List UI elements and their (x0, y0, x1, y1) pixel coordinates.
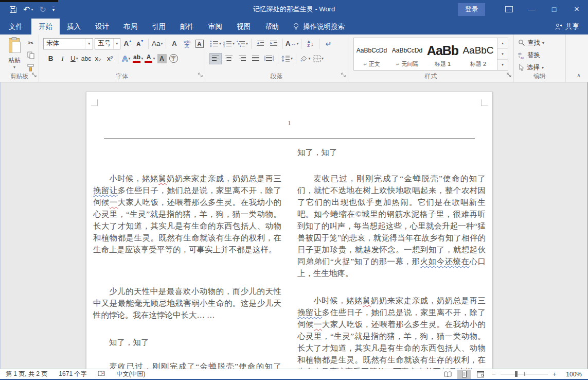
clear-formatting-button[interactable]: A (169, 38, 180, 49)
clear-formatting-letter: A (172, 40, 176, 47)
increase-indent-button[interactable] (268, 38, 280, 49)
justify-button[interactable] (250, 53, 262, 64)
ribbon-display-options-button[interactable] (497, 0, 520, 19)
paragraph-dialog-launcher[interactable] (341, 72, 346, 79)
borders-button[interactable]: ▾ (312, 53, 325, 64)
styles-dialog-launcher[interactable] (507, 72, 512, 79)
numbering-button[interactable]: 123 ▾ (223, 38, 235, 49)
line-spacing-button[interactable]: ▾ (281, 53, 293, 64)
font-name-combobox[interactable]: 宋体 ▾ (43, 38, 93, 49)
customize-qat-button[interactable]: ▾ (52, 4, 55, 15)
sign-in-button[interactable]: 登录 (458, 3, 485, 16)
style-name-text: 标题 2 (470, 61, 486, 67)
styles-scroll-up-button[interactable]: ▴ (497, 38, 508, 49)
share-button[interactable]: 共享 (546, 19, 588, 34)
read-mode-button[interactable] (441, 370, 454, 379)
multilevel-list-button[interactable]: ▾ (236, 38, 248, 49)
character-border-button[interactable]: A (194, 38, 205, 49)
styles-scroll-down-button[interactable]: ▾ (497, 49, 508, 60)
zoom-slider-thumb[interactable] (515, 371, 518, 377)
align-left-button[interactable] (209, 53, 222, 64)
screen-edge-artifact (0, 0, 58, 2)
show-hide-marks-button[interactable]: ↵ (322, 38, 334, 49)
sort-button[interactable]: AZ↓ (304, 38, 316, 49)
tab-insert[interactable]: 插入 (60, 19, 88, 34)
enclose-characters-button[interactable]: 字 (168, 53, 179, 64)
close-button[interactable]: × (565, 0, 588, 19)
asian-layout-button[interactable]: A↔▾ (286, 38, 298, 49)
highlight-button[interactable]: ab▾ (133, 53, 144, 64)
tab-design[interactable]: 设计 (88, 19, 116, 34)
word-count[interactable]: 1671 个字 (53, 370, 92, 378)
tab-references[interactable]: 引用 (145, 19, 173, 34)
sort-letters: AZ (307, 40, 310, 47)
superscript-button[interactable]: x² (104, 53, 115, 64)
align-center-button[interactable] (223, 53, 235, 64)
copy-button[interactable] (26, 51, 36, 60)
change-case-button[interactable]: Aa▾ (152, 38, 163, 49)
italic-button[interactable]: I (57, 53, 68, 64)
tab-view[interactable]: 视图 (229, 19, 258, 34)
style-no-spacing-sample: AaBbCcDd (392, 41, 422, 60)
document-page[interactable]: 1 小时候，姥姥舅奶奶来家走亲戚，奶奶总是再三挽留让多住些日子，她们总是说，家里… (86, 92, 493, 369)
tab-home[interactable]: 开始 (31, 19, 60, 34)
format-painter-button[interactable] (26, 63, 36, 72)
underline-button[interactable]: U▾ (69, 53, 80, 64)
print-layout-button[interactable] (457, 370, 471, 379)
grow-font-button[interactable]: A▴ (122, 38, 133, 49)
tell-me-search[interactable]: 操作说明搜索 (286, 19, 351, 34)
select-button[interactable]: 选择 ▾ (514, 62, 565, 73)
strikethrough-button[interactable]: abc (81, 53, 92, 64)
character-shading-button[interactable]: A (156, 53, 167, 64)
text-effects-button[interactable]: A▾ (121, 53, 132, 64)
minimize-button[interactable]: — (520, 0, 543, 19)
language-indicator[interactable]: 中文(中国) (111, 370, 151, 378)
maximize-button[interactable]: □ (543, 0, 565, 19)
find-button[interactable]: 查找 ▾ (514, 37, 565, 48)
font-color-button[interactable]: A▾ (145, 53, 155, 64)
undo-icon: ↶ (23, 5, 30, 14)
web-layout-button[interactable] (474, 370, 487, 379)
style-normal[interactable]: AaBbCcDd ↵ 正文 (354, 38, 389, 70)
style-no-spacing[interactable]: AaBbCcDd ↵ 无间隔 (389, 38, 425, 70)
collapse-ribbon-button[interactable]: ∧ (577, 72, 581, 79)
undo-button[interactable]: ↶▾ (23, 4, 33, 15)
styles-gallery: AaBbCcDd ↵ 正文 AaBbCcDd ↵ 无间隔 AaBb 标题 1 A… (353, 38, 497, 71)
tab-mailings[interactable]: 邮件 (173, 19, 201, 34)
subscript-button[interactable]: x₂ (93, 53, 103, 64)
style-heading-1[interactable]: AaBb 标题 1 (425, 38, 460, 70)
styles-more-button[interactable]: ▾ (497, 59, 508, 70)
zoom-out-button[interactable]: − (490, 370, 497, 378)
shading-button[interactable]: ▾ (299, 53, 311, 64)
page-indicator[interactable]: 第 1 页, 共 2 页 (0, 370, 53, 378)
tab-review[interactable]: 审阅 (201, 19, 229, 34)
style-heading1-name: 标题 1 (435, 60, 451, 68)
distribute-icon (264, 55, 274, 62)
zoom-level[interactable]: 100% (561, 371, 582, 378)
shrink-font-button[interactable]: A▾ (134, 38, 145, 49)
align-right-button[interactable] (236, 53, 248, 64)
tab-layout[interactable]: 布局 (116, 19, 145, 34)
paste-button[interactable]: 粘贴 ▾ (3, 37, 26, 70)
bullets-button[interactable]: ▾ (209, 38, 222, 49)
decrease-indent-button[interactable] (254, 38, 266, 49)
tab-help[interactable]: 帮助 (258, 19, 286, 34)
distribute-button[interactable] (263, 53, 275, 64)
redo-button[interactable]: ↻ (39, 4, 46, 15)
phonetic-guide-button[interactable]: wén文 (182, 38, 192, 49)
ribbon-display-options-icon (505, 6, 513, 12)
document-area[interactable]: 1 小时候，姥姥舅奶奶来家走亲戚，奶奶总是再三挽留让多住些日子，她们总是说，家里… (0, 82, 588, 369)
tab-file[interactable]: 文件 (0, 19, 31, 34)
font-size-combobox[interactable]: 五号 ▾ (95, 38, 120, 49)
bold-button[interactable]: B (45, 53, 56, 64)
zoom-in-button[interactable]: + (551, 370, 558, 378)
save-icon[interactable] (9, 4, 17, 15)
clipboard-dialog-launcher[interactable] (32, 72, 37, 79)
style-heading-2[interactable]: AaBbC 标题 2 (460, 38, 496, 70)
cut-button[interactable]: ✂ (26, 39, 36, 47)
replace-button[interactable]: abac 替换 (514, 49, 565, 61)
divider (251, 39, 252, 49)
zoom-slider[interactable] (501, 374, 548, 374)
proofing-status[interactable] (92, 370, 111, 378)
font-dialog-launcher[interactable] (198, 72, 203, 79)
